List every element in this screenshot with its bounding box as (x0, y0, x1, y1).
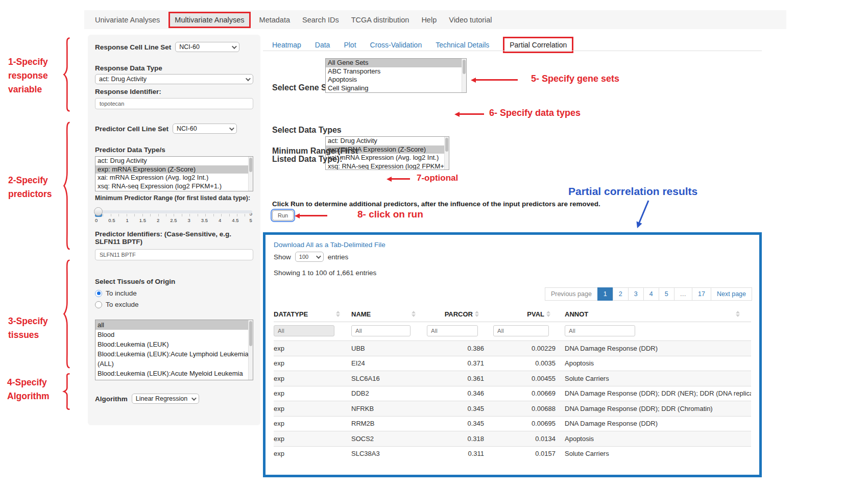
table-cell: 0.00669 (493, 389, 565, 397)
scrollbar[interactable] (462, 59, 466, 92)
list-option[interactable]: act: Drug Activity (95, 157, 253, 165)
list-option[interactable]: Cell Signaling (326, 84, 466, 93)
table-cell: Apoptosis (565, 435, 751, 443)
nav-item-univariate-analyses[interactable]: Univariate Analyses (91, 13, 163, 27)
nav-item-tcga-distribution[interactable]: TCGA distribution (348, 13, 413, 27)
pagination-page-4[interactable]: 4 (643, 287, 659, 301)
tissue-exclude-radio[interactable]: To exclude (95, 301, 253, 308)
tick-label: 3.5 (201, 217, 208, 223)
pagination-page-17[interactable]: 17 (692, 287, 711, 301)
table-row: expEI240.3710.0035Apoptosis (274, 356, 751, 371)
scrollbar[interactable] (444, 137, 449, 169)
min-range-label: Minimum Range (First Listed Data Type): (272, 147, 361, 163)
control-sidebar: Response Cell Line Set NCI-60 Response D… (88, 35, 260, 425)
slider-tick-labels: 00.511.522.533.544.55 (95, 217, 252, 223)
table-cell: 0.00688 (493, 405, 565, 412)
nav-item-video-tutorial[interactable]: Video tutorial (445, 13, 495, 27)
scrollbar-thumb[interactable] (445, 138, 448, 152)
brace-step1-icon (62, 36, 71, 113)
list-option[interactable]: Apoptosis (326, 76, 466, 84)
pagination-previous[interactable]: Previous page (545, 287, 598, 301)
tab-plot[interactable]: Plot (344, 41, 356, 49)
run-button[interactable]: Run (272, 210, 294, 221)
filter-input-name[interactable] (351, 325, 411, 336)
entries-count-value: 100 (299, 254, 308, 260)
slider-handle[interactable] (94, 207, 103, 216)
algorithm-value: Linear Regression (136, 395, 187, 402)
list-option[interactable]: Blood:Leukemia (LEUK):Acute Myeloid Leuk… (95, 369, 253, 380)
data-types-label: Select Data Types (272, 126, 342, 135)
table-cell: DNA Damage Response (DDR); DDR (NER); DD… (565, 389, 751, 397)
list-option[interactable]: All Gene Sets (326, 59, 466, 67)
scrollbar[interactable] (248, 320, 253, 380)
scrollbar[interactable] (248, 157, 253, 191)
filter-input-annot[interactable] (565, 325, 635, 336)
gene-sets-list[interactable]: All Gene SetsABC TransportersApoptosisCe… (325, 58, 467, 93)
list-option[interactable]: xai: mRNA Expression (Avg. log2 Int.) (95, 174, 253, 182)
table-cell: DNA Damage Response (DDR); DDR (Chromati… (565, 405, 751, 412)
arrow-left-icon (471, 77, 518, 83)
response-cell-line-set-label: Response Cell Line Set (95, 43, 171, 51)
predictor-data-types-list[interactable]: act: Drug Activityexp: mRNA Expression (… (95, 156, 253, 191)
filter-input-datatype[interactable] (274, 325, 334, 336)
table-cell: 0.346 (427, 389, 493, 397)
predictor-identifiers-input[interactable] (95, 249, 253, 260)
list-option[interactable]: xsq: RNA-seq Expression (log2 FPKM+1.) (95, 182, 253, 191)
nav-item-search-ids[interactable]: Search IDs (299, 13, 343, 27)
tick-label: 5 (250, 217, 252, 223)
list-option[interactable]: Blood (95, 330, 253, 339)
entries-count-select[interactable]: 100 (295, 252, 324, 262)
list-option[interactable]: all (95, 320, 253, 330)
pagination-ellipsis[interactable]: … (674, 287, 693, 301)
list-option[interactable]: Blood:Leukemia (LEUK) (95, 339, 253, 349)
pagination-next[interactable]: Next page (711, 287, 752, 301)
list-option[interactable]: Blood:Leukemia (LEUK):Acute Lymphoid Leu… (95, 349, 253, 369)
tab-heatmap[interactable]: Heatmap (272, 41, 301, 49)
algorithm-select[interactable]: Linear Regression (132, 394, 199, 404)
sort-icon[interactable] (336, 311, 340, 317)
filter-input-pval[interactable] (493, 325, 549, 336)
table-row: expDDB20.3460.00669DNA Damage Response (… (274, 386, 751, 401)
filter-input-parcor[interactable] (427, 325, 478, 336)
nav-item-help[interactable]: Help (418, 13, 440, 27)
list-option[interactable]: ABC Transporters (326, 67, 466, 76)
sort-icon[interactable] (546, 311, 550, 317)
pagination-page-5[interactable]: 5 (659, 287, 674, 301)
column-header-name: NAME (351, 310, 371, 318)
chevron-down-icon (191, 396, 197, 401)
response-identifier-label: Response Identifier: (95, 88, 253, 95)
min-predictor-range-slider[interactable]: 0 5 00.511.522.533.544.55 (95, 210, 252, 223)
sort-icon[interactable] (412, 311, 416, 317)
response-identifier-input[interactable] (95, 98, 253, 109)
table-cell: Solute Carriers (565, 375, 751, 382)
pagination-page-2[interactable]: 2 (613, 287, 629, 301)
scrollbar-thumb[interactable] (463, 60, 466, 74)
tab-technical-details[interactable]: Technical Details (436, 41, 489, 49)
table-cell: exp (274, 345, 351, 352)
column-header-datatype: DATATYPE (274, 310, 308, 318)
table-cell: 0.00695 (493, 420, 565, 427)
tissue-include-radio[interactable]: To include (95, 289, 253, 297)
run-instruction: Click Run to determine additional predic… (272, 200, 600, 208)
slider-track[interactable] (95, 210, 252, 213)
annotation-step4: 4-Specify Algorithm (7, 376, 61, 403)
download-link[interactable]: Download All as a Tab-Delimited File (274, 241, 751, 249)
nav-item-multivariate-analyses[interactable]: Multivariate Analyses (168, 12, 250, 28)
nav-item-metadata[interactable]: Metadata (256, 13, 294, 27)
sort-icon[interactable] (736, 311, 740, 317)
top-navigation: Univariate AnalysesMultivariate Analyses… (84, 10, 786, 29)
tab-cross-validation[interactable]: Cross-Validation (370, 41, 422, 49)
pagination-page-1[interactable]: 1 (597, 287, 613, 301)
tissue-origin-list[interactable]: allBloodBlood:Leukemia (LEUK)Blood:Leuke… (95, 320, 253, 380)
list-option[interactable]: exp: mRNA Expression (Z-Score) (95, 165, 253, 174)
sort-icon[interactable] (475, 311, 479, 317)
scrollbar-thumb[interactable] (249, 321, 252, 346)
scrollbar-thumb[interactable] (249, 158, 252, 172)
predictor-cell-line-set-select[interactable]: NCI-60 (173, 124, 237, 134)
table-row: expUBB0.3860.00229DNA Damage Response (D… (274, 340, 751, 356)
list-option[interactable]: act: Drug Activity (326, 137, 449, 145)
pagination-page-3[interactable]: 3 (628, 287, 644, 301)
response-data-type-select[interactable]: act: Drug Activity (95, 74, 253, 84)
tab-data[interactable]: Data (315, 41, 330, 49)
response-cell-line-set-select[interactable]: NCI-60 (175, 42, 239, 52)
